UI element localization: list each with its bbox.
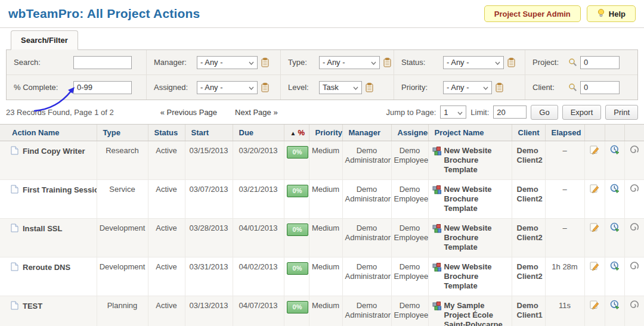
timer-icon[interactable]: [610, 302, 620, 311]
clipboard-icon[interactable]: [496, 83, 503, 92]
priority-select[interactable]: - Any -: [443, 81, 492, 94]
project-filter: Project:: [525, 50, 637, 74]
magnifier-icon[interactable]: [568, 83, 577, 92]
cell-percent-complete: 0%: [284, 219, 309, 257]
cell-percent-complete: 0%: [284, 180, 309, 219]
project-name-wrap: New Website Brochure Template: [432, 262, 509, 291]
edit-icon[interactable]: [590, 263, 599, 272]
cell-project-name[interactable]: New Website Brochure Template: [428, 141, 512, 180]
action-edit-icon[interactable]: [584, 296, 605, 326]
edit-icon[interactable]: [590, 186, 599, 195]
col-header-project-name[interactable]: Project Name: [428, 125, 512, 141]
action-timer-icon[interactable]: [605, 257, 624, 296]
timer-icon[interactable]: [610, 186, 620, 195]
col-header-manager[interactable]: Manager: [342, 125, 391, 141]
action-history-icon[interactable]: [624, 296, 644, 326]
cell-action-name[interactable]: First Training Session: [0, 180, 97, 219]
col-header-client[interactable]: Client: [512, 125, 545, 141]
col-header-type[interactable]: Type: [97, 125, 148, 141]
edit-icon[interactable]: [590, 147, 599, 156]
col-header-priority[interactable]: Priority: [309, 125, 342, 141]
action-history-icon[interactable]: [624, 257, 644, 296]
level-select[interactable]: Task: [319, 81, 362, 94]
filter-row: Search:Manager:- Any -Type:- Any -Status…: [7, 50, 637, 75]
timer-icon[interactable]: [610, 225, 620, 234]
cell-start-date: 03/15/2013: [185, 141, 233, 180]
manager-filter: Manager:- Any -: [147, 50, 281, 74]
col-header-status[interactable]: Status: [148, 125, 185, 141]
clipboard-icon[interactable]: [261, 83, 269, 92]
cell-action-name[interactable]: Find Copy Writer: [0, 141, 97, 180]
cell-project-name[interactable]: New Website Brochure Template: [428, 219, 512, 257]
type-select[interactable]: - Any -: [319, 56, 380, 69]
history-icon[interactable]: [630, 263, 639, 272]
cell-action-name[interactable]: Install SSL: [0, 219, 97, 257]
project-name-wrap: New Website Brochure Template: [432, 146, 509, 175]
project-super-admin-button[interactable]: Project Super Admin: [484, 5, 581, 22]
previous-page-link[interactable]: « Previous Page: [160, 108, 217, 117]
cell-project-name[interactable]: My Sample Project École Saint-Polyçarpe: [428, 296, 512, 326]
clipboard-icon[interactable]: [261, 58, 269, 67]
export-button[interactable]: Export: [562, 105, 602, 120]
action-timer-icon[interactable]: [605, 180, 624, 219]
clipboard-icon[interactable]: [507, 58, 515, 67]
magnifier-icon[interactable]: [568, 58, 577, 67]
limit-input[interactable]: [493, 105, 527, 119]
col-header-due[interactable]: Due: [233, 125, 284, 141]
edit-icon[interactable]: [590, 302, 599, 311]
assigned-select[interactable]: - Any -: [197, 81, 258, 94]
page-title: wbTeamPro: All Project Actions: [8, 7, 200, 21]
client-id-input[interactable]: [580, 81, 620, 94]
action-timer-icon[interactable]: [605, 219, 624, 257]
search-label: Search:: [14, 58, 73, 67]
col-header--[interactable]: ▲%: [284, 125, 309, 141]
history-icon[interactable]: [630, 186, 639, 195]
cell-project-name[interactable]: New Website Brochure Template: [428, 257, 512, 296]
project-cubes-icon: [432, 185, 441, 213]
edit-icon[interactable]: [590, 225, 599, 234]
action-history-icon[interactable]: [624, 219, 644, 257]
jump-to-page-select[interactable]: 1: [440, 105, 466, 119]
action-edit-icon[interactable]: [584, 180, 605, 219]
next-page-link[interactable]: Next Page »: [235, 108, 278, 117]
cell-elapsed: 11s: [545, 296, 584, 326]
clipboard-icon[interactable]: [383, 58, 391, 67]
document-icon: [11, 148, 18, 157]
filter-panel: Search:Manager:- Any -Type:- Any -Status…: [6, 49, 638, 100]
status-select[interactable]: - Any -: [443, 56, 504, 69]
search-input[interactable]: [73, 56, 132, 69]
action-timer-icon[interactable]: [605, 296, 624, 326]
action-history-icon[interactable]: [624, 180, 644, 219]
action-edit-icon[interactable]: [584, 141, 605, 180]
cell-action-name[interactable]: Reroute DNS: [0, 257, 97, 296]
action-edit-icon[interactable]: [584, 219, 605, 257]
col-header-action-name[interactable]: Action Name: [0, 125, 97, 141]
help-button[interactable]: Help: [587, 5, 636, 22]
pct-complete-input[interactable]: [73, 81, 132, 94]
col-header-elapsed[interactable]: Elapsed: [545, 125, 584, 141]
cell-status: Active: [148, 219, 185, 257]
history-icon[interactable]: [630, 302, 639, 311]
tab-search-filter[interactable]: Search/Filter: [11, 30, 78, 50]
history-icon[interactable]: [630, 147, 639, 156]
clipboard-icon[interactable]: [366, 83, 373, 92]
admin-button-label: Project Super Admin: [494, 10, 571, 18]
cell-assigned: Demo Employee: [391, 219, 428, 257]
timer-icon[interactable]: [610, 147, 620, 156]
cell-project-name[interactable]: New Website Brochure Template: [428, 180, 512, 219]
action-history-icon[interactable]: [624, 141, 644, 180]
tab-label: Search/Filter: [21, 36, 68, 45]
timer-icon[interactable]: [610, 263, 620, 272]
history-icon[interactable]: [630, 225, 639, 234]
go-button[interactable]: Go: [531, 105, 558, 120]
progress-badge: 0%: [287, 262, 308, 275]
col-header-start[interactable]: Start: [185, 125, 233, 141]
manager-select[interactable]: - Any -: [197, 56, 258, 69]
action-edit-icon[interactable]: [584, 257, 605, 296]
cell-action-name[interactable]: TEST: [0, 296, 97, 326]
action-timer-icon[interactable]: [605, 141, 624, 180]
limit-label: Limit:: [470, 108, 489, 117]
project-id-input[interactable]: [580, 56, 620, 69]
print-button[interactable]: Print: [605, 105, 638, 120]
col-header-assigned[interactable]: Assigned: [391, 125, 428, 141]
